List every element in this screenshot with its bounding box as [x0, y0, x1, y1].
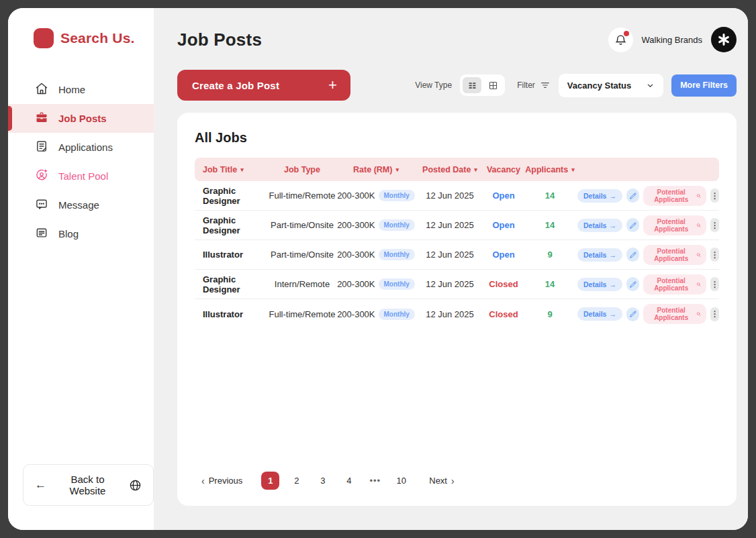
sidebar-item-label: Applications — [58, 142, 113, 153]
rate-value: 200-300K — [337, 279, 375, 289]
filter-group: Filter — [517, 80, 551, 91]
create-job-post-button[interactable]: Create a Job Post + — [177, 70, 350, 101]
notification-unread-dot — [624, 31, 629, 36]
filter-label: Filter — [517, 80, 535, 90]
vacancy-status-dropdown[interactable]: Vacancy Status — [559, 74, 663, 97]
potential-applicants-button[interactable]: Potential Applicants — [643, 245, 706, 265]
sidebar-item-label: Home — [58, 84, 85, 95]
rate-cell: 200-300K Monthly — [336, 278, 416, 290]
sidebar-item-applications[interactable]: Applications — [8, 133, 154, 162]
page-button-2[interactable]: 2 — [287, 472, 305, 490]
page-button-4[interactable]: 4 — [340, 472, 358, 490]
column-header-posted-date[interactable]: Posted Date ▾ — [416, 165, 483, 174]
back-to-website-button[interactable]: ← Back to Website — [23, 464, 154, 506]
sidebar-item-label: Job Posts — [58, 113, 107, 124]
job-title-cell: Illustrator — [195, 309, 269, 319]
arrow-right-icon: → — [609, 251, 616, 259]
vacancy-status: Open — [483, 250, 524, 260]
grid-view-button[interactable] — [483, 77, 502, 93]
next-label: Next — [429, 476, 447, 486]
all-jobs-card: All Jobs Job Title ▾ Job Type Rate (RM) … — [177, 113, 737, 506]
next-page-button[interactable]: Next › — [429, 476, 454, 486]
details-button[interactable]: Details → — [577, 189, 622, 203]
column-header-job-title[interactable]: Job Title ▾ — [195, 165, 269, 174]
job-title-cell: Illustrator — [195, 250, 269, 260]
row-menu-button[interactable]: ⋮ — [710, 277, 719, 291]
row-menu-button[interactable]: ⋮ — [710, 189, 719, 203]
potential-applicants-button[interactable]: Potential Applicants — [643, 186, 706, 206]
pagination: ‹ Previous 1 2 3 4 ••• 10 Next › — [201, 472, 455, 490]
arrow-right-icon: → — [609, 192, 616, 200]
vacancy-status: Closed — [483, 309, 524, 319]
posted-date-cell: 12 Jun 2025 — [416, 220, 483, 230]
talent-pool-icon — [35, 168, 48, 184]
sidebar-item-job-posts[interactable]: Job Posts — [8, 104, 154, 133]
table-row: Graphic Designer Part-time/Onsite 200-30… — [195, 211, 719, 240]
rate-cell: 200-300K Monthly — [336, 309, 416, 320]
details-label: Details — [583, 251, 606, 259]
details-button[interactable]: Details → — [577, 248, 622, 262]
column-label: Posted Date — [422, 165, 471, 174]
potential-applicants-label: Potential Applicants — [649, 248, 694, 262]
details-button[interactable]: Details → — [577, 219, 622, 232]
potential-applicants-button[interactable]: Potential Applicants — [643, 304, 706, 324]
edit-button[interactable] — [626, 277, 639, 291]
row-actions: Details → Potential Applicants ⋮ — [576, 245, 719, 265]
potential-applicants-button[interactable]: Potential Applicants — [643, 215, 706, 235]
briefcase-icon — [35, 111, 48, 126]
page-button-10[interactable]: 10 — [392, 472, 410, 490]
page-button-1[interactable]: 1 — [261, 472, 279, 490]
previous-page-button[interactable]: ‹ Previous — [201, 476, 242, 486]
row-actions: Details → Potential Applicants ⋮ — [576, 215, 719, 235]
sidebar-item-talent-pool[interactable]: Talent Pool — [8, 162, 154, 191]
rate-period-badge: Monthly — [379, 309, 415, 320]
edit-button[interactable] — [626, 218, 639, 232]
page-button-3[interactable]: 3 — [314, 472, 332, 490]
sidebar-item-message[interactable]: Message — [8, 191, 154, 219]
posted-date-cell: 12 Jun 2025 — [416, 250, 483, 260]
job-type-cell: Part-time/Onsite — [269, 220, 336, 230]
rate-period-badge: Monthly — [379, 278, 415, 290]
sidebar-item-blog[interactable]: Blog — [8, 219, 154, 248]
sidebar-item-label: Blog — [58, 228, 79, 239]
vacancy-status: Open — [483, 191, 524, 201]
details-button[interactable]: Details → — [577, 278, 622, 291]
potential-applicants-label: Potential Applicants — [649, 277, 694, 292]
column-header-applicants[interactable]: Applicants ▾ — [524, 165, 576, 174]
filter-lines-icon — [540, 80, 551, 91]
notification-button[interactable] — [608, 28, 633, 52]
potential-applicants-button[interactable]: Potential Applicants — [643, 274, 706, 294]
rate-value: 200-300K — [337, 191, 375, 201]
list-view-button[interactable] — [463, 77, 481, 93]
sidebar-item-label: Message — [58, 199, 99, 211]
edit-button[interactable] — [626, 248, 639, 262]
column-header-rate[interactable]: Rate (RM) ▾ — [336, 165, 416, 174]
job-type-cell: Intern/Remote — [269, 279, 336, 289]
job-title-cell: Graphic Designer — [195, 186, 269, 206]
account-avatar[interactable] — [711, 27, 737, 52]
job-type-cell: Full-time/Remote — [269, 191, 336, 201]
details-button[interactable]: Details → — [577, 307, 622, 321]
row-actions: Details → Potential Applicants ⋮ — [576, 274, 719, 294]
create-job-post-label: Create a Job Post — [192, 80, 279, 91]
toolbar: Create a Job Post + View Type Filter — [177, 70, 737, 101]
logo-mark-icon — [34, 28, 54, 48]
sidebar-item-home[interactable]: Home — [8, 75, 154, 104]
back-to-website-label: Back to Website — [53, 474, 122, 496]
applicants-count: 14 — [524, 220, 576, 230]
vacancy-status-dropdown-value: Vacancy Status — [567, 80, 631, 91]
plus-icon: + — [328, 76, 337, 94]
edit-button[interactable] — [626, 307, 639, 321]
arrow-right-icon: → — [609, 280, 616, 288]
row-menu-button[interactable]: ⋮ — [710, 307, 719, 321]
edit-button[interactable] — [626, 189, 639, 203]
row-menu-button[interactable]: ⋮ — [710, 248, 719, 262]
all-jobs-title: All Jobs — [195, 130, 719, 146]
row-actions: Details → Potential Applicants ⋮ — [576, 186, 719, 206]
row-menu-button[interactable]: ⋮ — [710, 218, 719, 232]
more-filters-button[interactable]: More Filters — [671, 74, 737, 97]
page-title: Job Posts — [177, 30, 262, 50]
pencil-icon — [629, 192, 637, 200]
sort-arrow-icon: ▾ — [474, 166, 477, 173]
globe-icon — [129, 479, 142, 492]
